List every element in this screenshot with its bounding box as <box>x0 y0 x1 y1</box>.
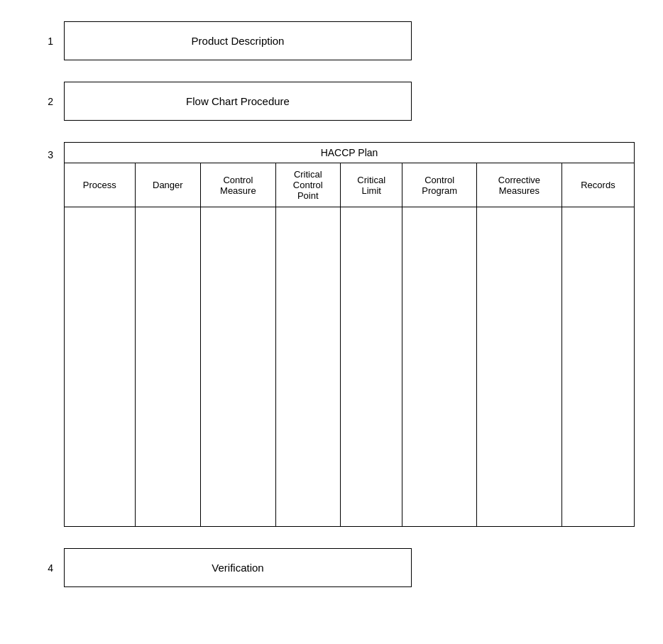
item-3-row: 3 HACCP Plan Process Danger ControlMeasu… <box>28 142 635 527</box>
haccp-title: HACCP Plan <box>65 143 635 163</box>
haccp-data-row <box>65 207 635 527</box>
item-4-row: 4 Verification <box>28 548 635 587</box>
header-records: Records <box>561 163 634 207</box>
haccp-table: HACCP Plan Process Danger ControlMeasure… <box>64 142 635 527</box>
item-2-row: 2 Flow Chart Procedure <box>28 82 635 121</box>
header-control-measure: ControlMeasure <box>201 163 276 207</box>
item-1-number: 1 <box>28 36 64 47</box>
item-3-number: 3 <box>28 149 64 160</box>
haccp-header-row: Process Danger ControlMeasure CriticalCo… <box>65 163 635 207</box>
item-4-box: Verification <box>64 548 412 587</box>
item-1-label: Product Description <box>192 35 285 47</box>
page-container: 1 Product Description 2 Flow Chart Proce… <box>0 0 663 630</box>
item-1-row: 1 Product Description <box>28 21 635 60</box>
cell-records <box>561 207 634 527</box>
header-danger: Danger <box>135 163 200 207</box>
item-4-label: Verification <box>212 562 263 574</box>
header-critical-limit: CriticalLimit <box>340 163 402 207</box>
cell-process <box>65 207 136 527</box>
cell-control-measure <box>201 207 276 527</box>
cell-critical-control-point <box>275 207 340 527</box>
header-control-program: ControlProgram <box>402 163 476 207</box>
header-process: Process <box>65 163 136 207</box>
haccp-table-wrapper: HACCP Plan Process Danger ControlMeasure… <box>64 142 635 527</box>
cell-critical-limit <box>340 207 402 527</box>
cell-control-program <box>402 207 476 527</box>
haccp-title-row: HACCP Plan <box>65 143 635 163</box>
cell-danger <box>135 207 200 527</box>
header-corrective-measures: CorrectiveMeasures <box>476 163 561 207</box>
item-2-box: Flow Chart Procedure <box>64 82 412 121</box>
item-4-number: 4 <box>28 562 64 574</box>
item-1-box: Product Description <box>64 21 412 60</box>
item-2-label: Flow Chart Procedure <box>186 95 290 107</box>
cell-corrective-measures <box>476 207 561 527</box>
item-2-number: 2 <box>28 96 64 107</box>
header-critical-control-point: CriticalControlPoint <box>275 163 340 207</box>
